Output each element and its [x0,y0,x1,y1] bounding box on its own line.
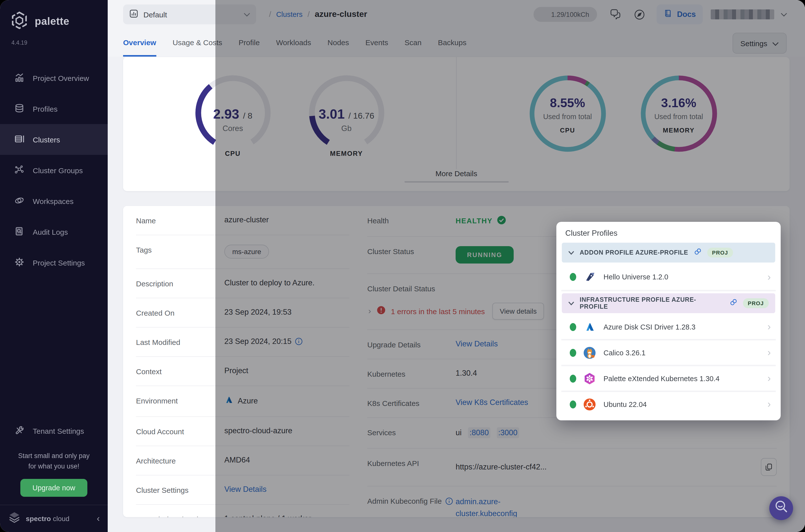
sidebar-item-project-overview[interactable]: Project Overview [0,62,108,93]
azure-icon [582,321,597,332]
server-icon [14,134,24,145]
status-dot [570,323,576,331]
footer-brand: spectro cloud [26,515,70,522]
profile-item-hello-universe[interactable]: Hello Universe 1.2.0 › [561,264,776,291]
infrastructure-profile-name: INFRASTRUCTURE PROFILE AZURE-PROFILE [580,296,724,310]
sidebar-item-project-settings[interactable]: Project Settings [0,247,108,278]
chevron-right-icon: › [768,271,773,283]
chevron-right-icon: › [768,373,773,384]
brand-name: palette [35,15,70,27]
profile-item-label: Calico 3.26.1 [603,349,646,357]
layers-icon [14,103,24,114]
upgrade-now-button[interactable]: Upgrade now [21,479,87,497]
upgrade-promo: Start small and only pay for what you us… [0,446,108,472]
spectro-cloud-logo-icon [8,511,21,526]
addon-profile-name: ADDON PROFILE AZURE-PROFILE [580,249,688,256]
tools-icon [14,425,24,436]
sidebar-item-workspaces[interactable]: Workspaces [0,186,108,216]
hello-universe-icon [582,271,597,283]
sidebar-item-label: Profiles [33,104,58,113]
profile-item-azure-disk-csi[interactable]: Azure Disk CSI Driver 1.28.3 › [561,315,776,340]
sidebar-item-label: Project Overview [33,74,89,82]
app-version: 4.4.19 [0,32,108,46]
project-scope-badge: PROJ [743,298,769,308]
sidebar-item-audit-logs[interactable]: Audit Logs [0,216,108,247]
orbit-icon [14,195,24,207]
status-dot [570,375,576,382]
cluster-profiles-popup: Cluster Profiles ADDON PROFILE AZURE-PRO… [556,222,781,420]
collapse-sidebar-icon[interactable]: ‹ [97,513,100,524]
chevron-right-icon: › [768,321,773,332]
sidebar-footer: spectro cloud ‹ [0,505,108,532]
palette-app: palette 4.4.19 Project Overview Profiles… [0,0,805,532]
sidebar-item-label: Cluster Groups [33,166,83,174]
chevron-right-icon: › [768,399,773,410]
calico-icon [582,346,597,359]
tab-usage-costs[interactable]: Usage & Costs [172,29,222,57]
sidebar-item-profiles[interactable]: Profiles [0,93,108,124]
brand: palette [0,0,108,32]
addon-profile-header[interactable]: ADDON PROFILE AZURE-PROFILE PROJ [562,243,775,263]
sidebar-item-label: Audit Logs [33,228,68,236]
status-dot [570,273,576,281]
link-icon[interactable] [729,298,737,308]
tab-overview[interactable]: Overview [123,29,156,57]
profile-item-ubuntu[interactable]: Ubuntu 22.04 › [561,392,776,416]
link-icon[interactable] [694,248,702,258]
sidebar-item-tenant-settings[interactable]: Tenant Settings [0,415,108,446]
promo-line2: for what you use! [7,461,101,472]
sidebar: palette 4.4.19 Project Overview Profiles… [0,0,108,532]
sidebar-spacer [0,278,108,415]
status-dot [570,400,576,408]
chevron-right-icon: › [768,347,773,358]
palette-logo-icon [10,11,29,32]
project-chart-icon [129,9,138,20]
profile-item-label: Palette eXtended Kubernetes 1.30.4 [603,375,720,382]
chart-bars-icon [14,72,24,83]
sidebar-nav: Project Overview Profiles Clusters Clust… [0,62,108,278]
footer-brand-light: cloud [53,515,70,522]
chevron-down-icon [568,248,574,257]
footer-brand-bold: spectro [26,515,51,522]
pxk-icon [582,372,597,385]
popup-title: Cluster Profiles [561,227,776,243]
profile-item-label: Azure Disk CSI Driver 1.28.3 [603,323,695,331]
project-scope-badge: PROJ [707,248,733,258]
sidebar-item-label: Tenant Settings [33,426,84,435]
sidebar-item-cluster-groups[interactable]: Cluster Groups [0,155,108,186]
profile-item-palette-extended-kubernetes[interactable]: Palette eXtended Kubernetes 1.30.4 › [561,366,776,392]
sidebar-item-label: Project Settings [33,258,85,267]
sidebar-item-label: Workspaces [33,197,74,205]
magnifier-smile-icon [773,499,790,518]
infrastructure-profile-header[interactable]: INFRASTRUCTURE PROFILE AZURE-PROFILE PRO… [562,293,775,313]
sidebar-item-label: Clusters [33,135,60,144]
sidebar-item-clusters[interactable]: Clusters [0,124,108,155]
profile-item-label: Hello Universe 1.2.0 [603,273,668,281]
search-helper-fab[interactable] [769,496,793,520]
profile-item-calico[interactable]: Calico 3.26.1 › [561,340,776,366]
status-dot [570,349,576,357]
audit-log-icon [14,226,24,238]
network-icon [14,165,24,176]
promo-line1: Start small and only pay [7,451,101,461]
chevron-down-icon [568,299,574,308]
gear-icon [14,257,24,268]
profile-item-label: Ubuntu 22.04 [603,400,647,408]
ubuntu-icon [582,398,597,411]
